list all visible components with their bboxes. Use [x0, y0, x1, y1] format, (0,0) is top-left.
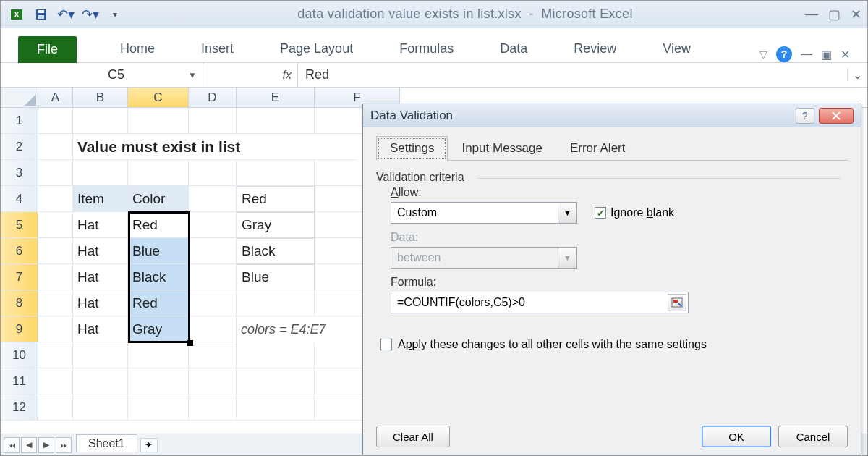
row-header[interactable]: 5 [1, 212, 38, 238]
ribbon-window-min-icon[interactable]: — [801, 48, 812, 61]
window-controls: — ▢ ✕ [805, 7, 861, 22]
tab-review[interactable]: Review [559, 35, 631, 62]
row-header[interactable]: 11 [1, 368, 38, 394]
apply-all-checkbox[interactable] [380, 339, 392, 350]
formula-bar-expand-icon[interactable]: ⌄ [847, 68, 867, 82]
table-header[interactable]: Item [73, 186, 128, 212]
table-row[interactable]: Black [128, 264, 189, 290]
row-header[interactable]: 2 [1, 134, 38, 160]
table-row[interactable]: Red [128, 290, 189, 316]
row-header[interactable]: 4 [1, 186, 38, 212]
dialog-tabs: Settings Input Message Error Alert [376, 136, 848, 161]
tab-data[interactable]: Data [485, 35, 542, 62]
maximize-icon[interactable]: ▢ [828, 7, 841, 22]
ribbon: File Home Insert Page Layout Formulas Da… [1, 28, 867, 63]
list-item[interactable]: Black [237, 238, 315, 264]
svg-rect-6 [673, 300, 678, 303]
excel-icon[interactable]: X [7, 5, 27, 24]
ribbon-window-restore-icon[interactable]: ▣ [821, 48, 832, 62]
sheet-nav-last-icon[interactable]: ⏭ [56, 437, 72, 453]
tab-insert[interactable]: Insert [187, 35, 248, 62]
list-item[interactable]: Gray [237, 212, 315, 238]
tab-input-message[interactable]: Input Message [448, 136, 556, 160]
name-box-dropdown-icon[interactable]: ▼ [188, 70, 197, 80]
ok-button[interactable]: OK [702, 426, 771, 447]
svg-text:X: X [14, 10, 20, 19]
row-header[interactable]: 8 [1, 290, 38, 316]
allow-combo[interactable]: Custom ▼ [391, 202, 577, 224]
row-header[interactable]: 1 [1, 108, 38, 134]
selection-handle[interactable] [187, 340, 193, 346]
tab-settings[interactable]: Settings [376, 136, 448, 161]
new-sheet-icon[interactable]: ✦ [140, 438, 158, 452]
dialog-title: Data Validation [370, 109, 796, 123]
svg-rect-3 [38, 10, 44, 13]
table-row[interactable]: Hat [73, 264, 128, 290]
col-header-e[interactable]: E [237, 88, 315, 107]
formula-bar: C5 ▼ fx Red ⌄ [1, 63, 867, 88]
svg-rect-4 [38, 15, 44, 19]
table-header[interactable]: Color [128, 186, 189, 212]
help-icon[interactable]: ? [776, 46, 792, 62]
sheet-nav-next-icon[interactable]: ▶ [38, 437, 54, 453]
tab-page-layout[interactable]: Page Layout [265, 35, 367, 62]
table-row[interactable]: Hat [73, 290, 128, 316]
chevron-down-icon: ▼ [558, 248, 576, 268]
data-combo: between ▼ [391, 247, 577, 269]
ribbon-window-close-icon[interactable]: ✕ [841, 48, 850, 62]
dialog-title-bar[interactable]: Data Validation ? [363, 104, 861, 127]
dialog-close-button[interactable] [819, 108, 854, 124]
allow-label: Allow: [391, 186, 848, 199]
table-row[interactable]: Hat [73, 238, 128, 264]
col-header-a[interactable]: A [38, 88, 73, 107]
ignore-blank-checkbox[interactable]: ✔ Ignore blank [595, 206, 674, 219]
minimize-icon[interactable]: — [805, 7, 818, 22]
sheet-tab[interactable]: Sheet1 [76, 434, 137, 452]
table-row[interactable]: Hat [73, 212, 128, 238]
row-header[interactable]: 12 [1, 394, 38, 421]
row-header[interactable]: 6 [1, 238, 38, 264]
ribbon-minimize-icon[interactable]: ▽ [760, 48, 767, 60]
file-tab[interactable]: File [18, 36, 77, 63]
row-header[interactable]: 3 [1, 160, 38, 186]
group-label: Validation criteria [376, 171, 848, 184]
close-icon[interactable]: ✕ [851, 7, 861, 22]
row-header[interactable]: 9 [1, 316, 38, 342]
name-box[interactable]: C5 ▼ [1, 63, 203, 87]
tab-error-alert[interactable]: Error Alert [556, 136, 639, 160]
redo-icon[interactable]: ↷▾ [80, 5, 101, 24]
sheet-nav-first-icon[interactable]: ⏮ [4, 437, 20, 453]
col-header-c[interactable]: C [128, 88, 189, 107]
save-icon[interactable] [31, 5, 51, 24]
tab-formulas[interactable]: Formulas [385, 35, 468, 62]
list-item[interactable]: Red [237, 186, 315, 212]
formula-input[interactable]: Red [297, 63, 847, 87]
table-row[interactable]: Hat [73, 316, 128, 342]
fx-icon[interactable]: fx [283, 69, 292, 82]
sheet-nav-prev-icon[interactable]: ◀ [21, 437, 37, 453]
row-header[interactable]: 7 [1, 264, 38, 290]
data-label: Data: [391, 231, 848, 244]
cancel-button[interactable]: Cancel [778, 426, 848, 447]
col-header-d[interactable]: D [189, 88, 237, 107]
select-all-corner[interactable] [1, 88, 38, 107]
list-item[interactable]: Blue [237, 264, 315, 290]
table-row[interactable]: Blue [128, 238, 189, 264]
col-header-b[interactable]: B [73, 88, 128, 107]
tab-home[interactable]: Home [106, 35, 169, 62]
row-header[interactable]: 10 [1, 342, 38, 368]
undo-icon[interactable]: ↶▾ [56, 5, 76, 24]
title-bar: X ↶▾ ↷▾ ▾ data validation value exists i… [1, 1, 867, 28]
table-row[interactable]: Red [128, 212, 189, 238]
tab-view[interactable]: View [648, 35, 705, 62]
dialog-help-icon[interactable]: ? [796, 108, 814, 124]
clear-all-button[interactable]: Clear All [376, 426, 450, 447]
qat-customize-icon[interactable]: ▾ [105, 5, 125, 24]
data-validation-dialog: Data Validation ? Settings Input Message… [362, 104, 861, 455]
table-row[interactable]: Gray [128, 316, 189, 342]
window-title: data validation value exists in list.xls… [125, 7, 805, 22]
formula-field[interactable]: =COUNTIF(colors,C5)>0 [391, 292, 689, 313]
heading-cell[interactable]: Value must exist in list [73, 134, 357, 160]
chevron-down-icon[interactable]: ▼ [558, 203, 576, 223]
range-select-icon[interactable] [668, 294, 686, 311]
